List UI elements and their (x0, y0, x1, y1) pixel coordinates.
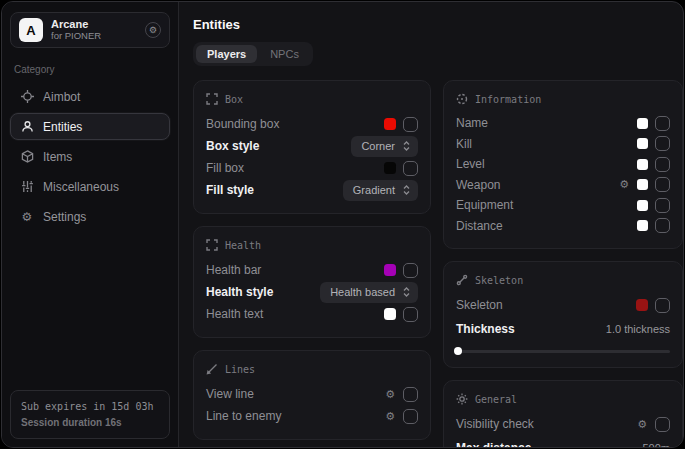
color-swatch[interactable] (637, 179, 648, 190)
slider-thumb[interactable] (454, 347, 462, 355)
main-panel: Entities Players NPCs Box Bounding box (179, 2, 684, 447)
setting-row-bounding-box: Bounding box (206, 113, 418, 135)
setting-label: Box style (206, 139, 259, 153)
diagonal-line-icon (206, 363, 218, 375)
dropdown-value: Health based (330, 286, 395, 298)
setting-row-distance: Distance (456, 216, 670, 237)
visibility-check-checkbox[interactable] (655, 417, 670, 432)
card-title: Skeleton (475, 275, 523, 286)
card-information: Information Name Kill (443, 80, 683, 249)
sidebar-item-settings[interactable]: ⚙ Settings (10, 203, 170, 230)
sun-icon (456, 393, 468, 405)
card-title: Lines (225, 364, 255, 375)
sidebar-item-items[interactable]: Items (10, 143, 170, 170)
setting-row-weapon: Weapon ⚙ (456, 175, 670, 196)
color-swatch[interactable] (637, 200, 648, 211)
sidebar-item-miscellaneous[interactable]: Miscellaneous (10, 173, 170, 200)
app-window: A Arcane for PIONER ⚙ Category Aimbot (1, 1, 684, 448)
card-title: Information (475, 94, 541, 105)
account-gear-icon[interactable]: ⚙ (145, 22, 161, 38)
tab-players[interactable]: Players (196, 45, 257, 63)
color-swatch[interactable] (384, 162, 396, 174)
options-gear-icon[interactable]: ⚙ (385, 411, 395, 422)
level-checkbox[interactable] (655, 157, 670, 172)
setting-row-kill: Kill (456, 134, 670, 155)
fill-box-checkbox[interactable] (403, 161, 418, 176)
card-skeleton: Skeleton Skeleton Thickness 1.0 thicknes… (443, 261, 683, 368)
options-gear-icon[interactable]: ⚙ (619, 179, 629, 190)
setting-label: Equipment (456, 198, 513, 212)
color-swatch[interactable] (384, 264, 396, 276)
name-checkbox[interactable] (655, 116, 670, 131)
setting-label: Level (456, 157, 485, 171)
setting-row-skeleton: Skeleton (456, 294, 670, 316)
gear-icon: ⚙ (20, 210, 34, 224)
app-logo: A (19, 18, 43, 42)
sidebar: A Arcane for PIONER ⚙ Category Aimbot (2, 2, 179, 447)
setting-label: Name (456, 116, 488, 130)
app-name: Arcane (51, 18, 137, 31)
dropdown-value: Gradient (353, 184, 395, 196)
sidebar-item-aimbot[interactable]: Aimbot (10, 83, 170, 110)
sidebar-item-entities[interactable]: Entities (10, 113, 170, 140)
scan-circle-icon (456, 93, 468, 105)
setting-row-max-distance: Max distance 500m (456, 437, 670, 448)
setting-label: Weapon (456, 178, 500, 192)
brand-card: A Arcane for PIONER ⚙ (10, 12, 170, 48)
options-gear-icon[interactable]: ⚙ (385, 389, 395, 400)
view-line-checkbox[interactable] (403, 387, 418, 402)
weapon-checkbox[interactable] (655, 177, 670, 192)
color-swatch[interactable] (637, 220, 648, 231)
color-swatch[interactable] (384, 308, 396, 320)
setting-row-level: Level (456, 154, 670, 175)
setting-row-line-to-enemy: Line to enemy ⚙ (206, 405, 418, 427)
sidebar-item-label: Aimbot (43, 90, 80, 104)
card-lines: Lines View line ⚙ Line to enemy ⚙ (193, 350, 431, 440)
setting-label: Line to enemy (206, 409, 281, 423)
color-swatch[interactable] (637, 138, 648, 149)
box-style-dropdown[interactable]: Corner (351, 136, 418, 157)
color-swatch[interactable] (384, 118, 396, 130)
setting-row-fill-box: Fill box (206, 157, 418, 179)
options-gear-icon[interactable]: ⚙ (637, 419, 647, 430)
health-text-checkbox[interactable] (403, 307, 418, 322)
slider-value: 1.0 thickness (606, 323, 670, 335)
chevron-updown-icon (402, 185, 411, 195)
card-health: Health Health bar Health style Health ba… (193, 226, 431, 338)
category-label: Category (14, 64, 166, 75)
setting-label: Fill style (206, 183, 254, 197)
skeleton-checkbox[interactable] (655, 298, 670, 313)
corner-brackets-icon (206, 93, 218, 105)
sliders-icon (20, 180, 34, 194)
corner-brackets-icon (206, 239, 218, 251)
setting-row-visibility-check: Visibility check ⚙ (456, 413, 670, 435)
bounding-box-checkbox[interactable] (403, 117, 418, 132)
color-swatch[interactable] (637, 118, 648, 129)
fill-style-dropdown[interactable]: Gradient (343, 180, 418, 201)
sidebar-item-label: Settings (43, 210, 86, 224)
slider-track[interactable] (456, 350, 670, 353)
distance-checkbox[interactable] (655, 218, 670, 233)
subscription-info: Sub expires in 15d 03h Session duration … (10, 390, 170, 439)
health-bar-checkbox[interactable] (403, 263, 418, 278)
setting-row-health-bar: Health bar (206, 259, 418, 281)
setting-label: Visibility check (456, 417, 534, 431)
setting-label: Thickness (456, 322, 515, 336)
equipment-checkbox[interactable] (655, 198, 670, 213)
line-to-enemy-checkbox[interactable] (403, 409, 418, 424)
setting-label: Skeleton (456, 298, 503, 312)
kill-checkbox[interactable] (655, 136, 670, 151)
setting-label: Health style (206, 285, 273, 299)
color-swatch[interactable] (636, 299, 648, 311)
color-swatch[interactable] (637, 159, 648, 170)
slider-value: 500m (642, 442, 670, 448)
health-style-dropdown[interactable]: Health based (320, 282, 418, 303)
chevron-updown-icon (402, 287, 411, 297)
tab-npcs[interactable]: NPCs (259, 45, 310, 63)
sub-expiry-text: Sub expires in 15d 03h (21, 399, 159, 415)
thickness-slider[interactable] (456, 347, 670, 355)
setting-row-equipment: Equipment (456, 195, 670, 216)
card-title: General (475, 394, 517, 405)
chevron-updown-icon (402, 141, 411, 151)
setting-label: Max distance (456, 441, 531, 448)
